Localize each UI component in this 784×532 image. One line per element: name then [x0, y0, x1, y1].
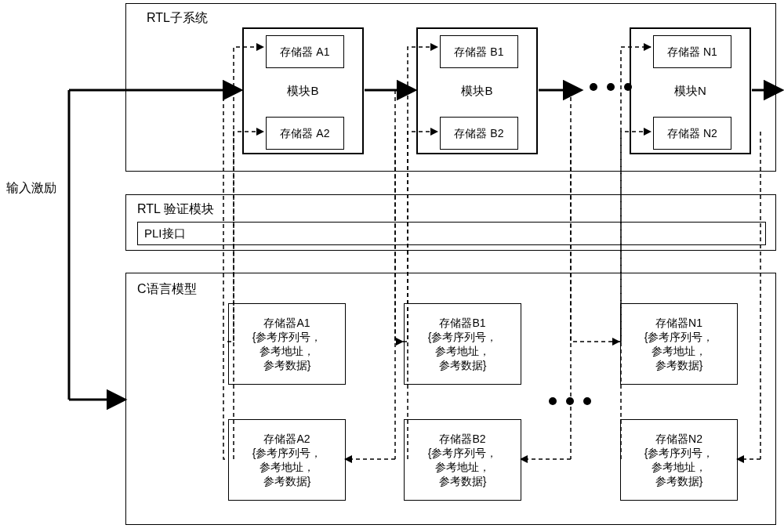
cbox-a2: 存储器A2 {参考序列号， 参考地址， 参考数据} [228, 419, 346, 501]
ellipsis-top [590, 83, 632, 91]
cbox-b1: 存储器B1 {参考序列号， 参考地址， 参考数据} [404, 303, 521, 385]
panel-rtl-verify: RTL 验证模块 PLI接口 [125, 194, 776, 251]
panel-title-rtl-subsystem: RTL子系统 [147, 10, 208, 27]
panel-title-rtl-verify: RTL 验证模块 [137, 201, 214, 218]
module-b-title: 模块B [418, 84, 536, 99]
cbox-n2: 存储器N2 {参考序列号， 参考地址， 参考数据} [620, 419, 738, 501]
memory-n2: 存储器 N2 [653, 117, 731, 150]
ellipsis-bottom [549, 397, 591, 405]
module-n-title: 模块N [631, 84, 750, 99]
pli-interface: PLI接口 [137, 222, 766, 245]
module-b: 存储器 B1 模块B 存储器 B2 [416, 27, 538, 154]
cbox-a1: 存储器A1 {参考序列号， 参考地址， 参考数据} [228, 303, 346, 385]
memory-b2: 存储器 B2 [440, 117, 518, 150]
memory-b1: 存储器 B1 [440, 35, 518, 68]
panel-c-model: C语言模型 存储器A1 {参考序列号， 参考地址， 参考数据} 存储器B1 {参… [125, 273, 776, 525]
memory-n1: 存储器 N1 [653, 35, 731, 68]
module-a: 存储器 A1 模块B 存储器 A2 [242, 27, 364, 154]
module-a-title: 模块B [244, 84, 362, 99]
input-stimulus-label: 输入激励 [6, 180, 56, 197]
cbox-n1: 存储器N1 {参考序列号， 参考地址， 参考数据} [620, 303, 738, 385]
panel-rtl-subsystem: RTL子系统 存储器 A1 模块B 存储器 A2 存储器 B1 模块B 存储器 … [125, 3, 776, 172]
module-n: 存储器 N1 模块N 存储器 N2 [630, 27, 751, 154]
memory-a1: 存储器 A1 [266, 35, 344, 68]
panel-title-c-model: C语言模型 [137, 281, 197, 298]
memory-a2: 存储器 A2 [266, 117, 344, 150]
cbox-b2: 存储器B2 {参考序列号， 参考地址， 参考数据} [404, 419, 521, 501]
